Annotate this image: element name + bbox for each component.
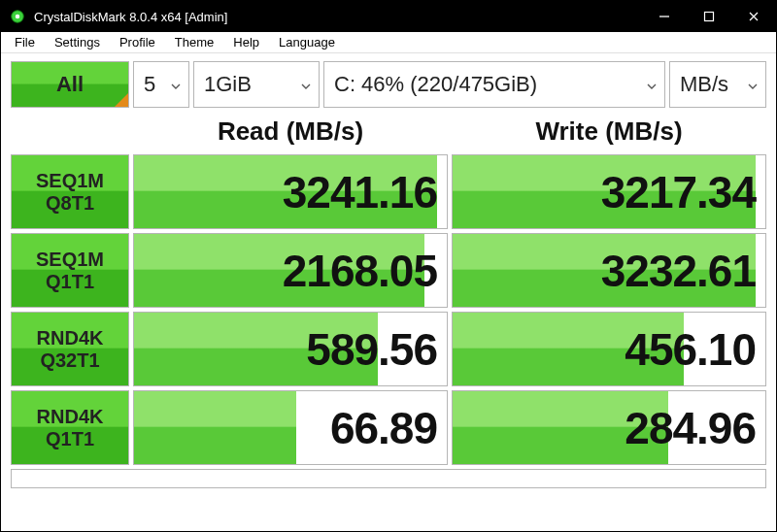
run-all-button[interactable]: All xyxy=(11,61,129,108)
chevron-down-icon xyxy=(171,72,181,97)
menu-theme[interactable]: Theme xyxy=(165,33,223,51)
drive-value: C: 46% (220/475GiB) xyxy=(334,72,537,97)
table-row: SEQ1M Q8T1 3241.16 3217.34 xyxy=(11,154,766,229)
read-cell: 2168.05 xyxy=(133,233,448,308)
read-cell: 589.56 xyxy=(133,312,448,386)
svg-point-1 xyxy=(16,15,19,18)
menu-language[interactable]: Language xyxy=(269,33,345,51)
read-value: 3241.16 xyxy=(283,155,437,228)
write-value: 3217.34 xyxy=(601,155,756,228)
read-fill xyxy=(134,391,296,464)
read-value: 66.89 xyxy=(330,391,437,464)
test-button-seq1m-q8t1[interactable]: SEQ1M Q8T1 xyxy=(11,154,129,229)
size-value: 1GiB xyxy=(204,72,252,97)
menu-profile[interactable]: Profile xyxy=(110,33,165,51)
unit-value: MB/s xyxy=(680,72,728,97)
test-label-line1: RND4K xyxy=(37,406,104,428)
write-header: Write (MB/s) xyxy=(452,112,766,150)
test-button-rnd4k-q1t1[interactable]: RND4K Q1T1 xyxy=(11,390,129,465)
titlebar: CrystalDiskMark 8.0.4 x64 [Admin] xyxy=(1,1,776,32)
content-area: All 5 1GiB C: 46% (220/475GiB) MB/s Read… xyxy=(1,53,776,531)
test-label-line1: SEQ1M xyxy=(36,249,104,271)
menu-file[interactable]: File xyxy=(5,33,45,51)
chevron-down-icon xyxy=(301,72,311,97)
write-cell: 284.96 xyxy=(452,390,766,465)
maximize-button[interactable] xyxy=(687,1,731,32)
write-value: 3232.61 xyxy=(601,234,756,307)
write-value: 284.96 xyxy=(625,391,756,464)
write-value: 456.10 xyxy=(625,313,756,385)
test-label-line2: Q8T1 xyxy=(46,192,94,215)
test-label-line2: Q1T1 xyxy=(46,428,94,450)
test-label-line2: Q1T1 xyxy=(46,271,94,293)
minimize-button[interactable] xyxy=(642,1,687,32)
test-button-rnd4k-q32t1[interactable]: RND4K Q32T1 xyxy=(11,312,129,386)
menu-help[interactable]: Help xyxy=(223,33,269,51)
write-cell: 3217.34 xyxy=(452,154,766,229)
test-label-line1: RND4K xyxy=(37,327,104,349)
menu-settings[interactable]: Settings xyxy=(45,33,110,51)
chevron-down-icon xyxy=(647,72,657,97)
read-value: 2168.05 xyxy=(283,234,437,307)
write-cell: 3232.61 xyxy=(452,233,766,308)
column-headers: Read (MB/s) Write (MB/s) xyxy=(11,112,766,150)
run-all-label: All xyxy=(56,72,84,97)
control-row: All 5 1GiB C: 46% (220/475GiB) MB/s xyxy=(11,61,766,108)
test-label-line2: Q32T1 xyxy=(40,349,99,372)
drive-select[interactable]: C: 46% (220/475GiB) xyxy=(323,61,665,108)
test-label-line1: SEQ1M xyxy=(36,170,104,192)
close-button[interactable] xyxy=(731,1,776,32)
table-row: SEQ1M Q1T1 2168.05 3232.61 xyxy=(11,233,766,308)
read-cell: 66.89 xyxy=(133,390,448,465)
unit-select[interactable]: MB/s xyxy=(669,61,766,108)
read-cell: 3241.16 xyxy=(133,154,448,229)
read-header: Read (MB/s) xyxy=(133,112,448,150)
size-select[interactable]: 1GiB xyxy=(193,61,320,108)
table-row: RND4K Q32T1 589.56 456.10 xyxy=(11,312,766,386)
read-value: 589.56 xyxy=(306,313,437,385)
test-button-seq1m-q1t1[interactable]: SEQ1M Q1T1 xyxy=(11,233,129,308)
chevron-down-icon xyxy=(748,72,758,97)
status-bar xyxy=(11,469,766,488)
write-cell: 456.10 xyxy=(452,312,766,386)
runs-select[interactable]: 5 xyxy=(133,61,189,108)
table-row: RND4K Q1T1 66.89 284.96 xyxy=(11,390,766,465)
window-title: CrystalDiskMark 8.0.4 x64 [Admin] xyxy=(34,10,642,24)
app-window: CrystalDiskMark 8.0.4 x64 [Admin] File S… xyxy=(0,0,777,532)
runs-value: 5 xyxy=(144,72,155,97)
app-icon xyxy=(9,8,26,25)
menubar: File Settings Profile Theme Help Languag… xyxy=(1,32,776,53)
svg-rect-2 xyxy=(705,13,714,21)
